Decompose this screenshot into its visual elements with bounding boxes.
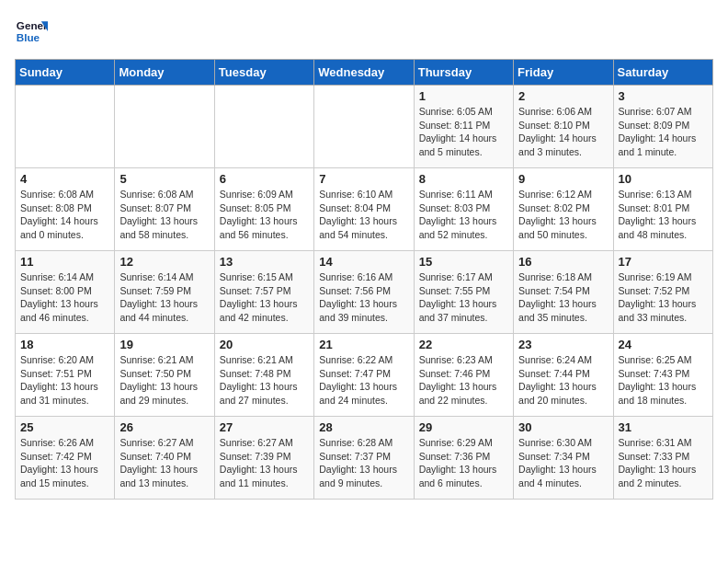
calendar-cell: 25Sunrise: 6:26 AM Sunset: 7:42 PM Dayli… (16, 417, 115, 500)
day-number: 19 (119, 338, 209, 351)
day-number: 12 (119, 255, 209, 269)
day-info: Sunrise: 6:31 AM Sunset: 7:33 PM Dayligh… (619, 436, 708, 490)
day-number: 4 (20, 172, 109, 186)
day-number: 17 (619, 255, 708, 269)
day-info: Sunrise: 6:09 AM Sunset: 8:05 PM Dayligh… (220, 188, 309, 242)
calendar-cell (16, 86, 115, 168)
day-info: Sunrise: 6:27 AM Sunset: 7:40 PM Dayligh… (119, 436, 209, 490)
day-number: 18 (20, 338, 109, 351)
day-number: 3 (619, 89, 708, 103)
calendar-cell: 14Sunrise: 6:16 AM Sunset: 7:56 PM Dayli… (314, 251, 414, 334)
calendar-cell: 30Sunrise: 6:30 AM Sunset: 7:34 PM Dayli… (514, 417, 613, 500)
day-of-week-header: Friday (514, 60, 613, 86)
day-info: Sunrise: 6:30 AM Sunset: 7:34 PM Dayligh… (518, 436, 608, 490)
day-info: Sunrise: 6:26 AM Sunset: 7:42 PM Dayligh… (20, 436, 109, 490)
day-number: 28 (319, 420, 408, 434)
calendar-cell: 2Sunrise: 6:06 AM Sunset: 8:10 PM Daylig… (514, 86, 613, 168)
calendar-cell: 12Sunrise: 6:14 AM Sunset: 7:59 PM Dayli… (115, 251, 214, 334)
logo: General Blue (15, 15, 48, 48)
day-number: 2 (518, 89, 608, 103)
day-number: 6 (220, 172, 309, 186)
calendar-cell: 9Sunrise: 6:12 AM Sunset: 8:02 PM Daylig… (514, 168, 613, 251)
day-number: 26 (119, 420, 209, 434)
day-info: Sunrise: 6:24 AM Sunset: 7:44 PM Dayligh… (518, 353, 608, 408)
day-info: Sunrise: 6:10 AM Sunset: 8:04 PM Dayligh… (319, 188, 408, 242)
day-info: Sunrise: 6:12 AM Sunset: 8:02 PM Dayligh… (518, 188, 608, 242)
day-number: 30 (518, 420, 608, 434)
day-number: 25 (20, 420, 109, 434)
day-info: Sunrise: 6:27 AM Sunset: 7:39 PM Dayligh… (220, 436, 309, 490)
calendar-week-row: 11Sunrise: 6:14 AM Sunset: 8:00 PM Dayli… (16, 251, 713, 334)
day-info: Sunrise: 6:14 AM Sunset: 7:59 PM Dayligh… (119, 270, 209, 325)
calendar-cell: 7Sunrise: 6:10 AM Sunset: 8:04 PM Daylig… (314, 168, 414, 251)
svg-text:General: General (17, 19, 48, 31)
day-info: Sunrise: 6:29 AM Sunset: 7:36 PM Dayligh… (419, 436, 508, 490)
calendar-cell: 6Sunrise: 6:09 AM Sunset: 8:05 PM Daylig… (214, 168, 313, 251)
calendar-cell: 23Sunrise: 6:24 AM Sunset: 7:44 PM Dayli… (514, 334, 613, 417)
day-info: Sunrise: 6:05 AM Sunset: 8:11 PM Dayligh… (419, 105, 508, 159)
calendar-cell: 28Sunrise: 6:28 AM Sunset: 7:37 PM Dayli… (314, 417, 414, 500)
calendar-cell: 19Sunrise: 6:21 AM Sunset: 7:50 PM Dayli… (115, 334, 214, 417)
calendar-cell: 5Sunrise: 6:08 AM Sunset: 8:07 PM Daylig… (115, 168, 214, 251)
day-info: Sunrise: 6:07 AM Sunset: 8:09 PM Dayligh… (619, 105, 708, 159)
calendar-cell: 16Sunrise: 6:18 AM Sunset: 7:54 PM Dayli… (514, 251, 613, 334)
calendar-cell: 10Sunrise: 6:13 AM Sunset: 8:01 PM Dayli… (613, 168, 712, 251)
day-info: Sunrise: 6:28 AM Sunset: 7:37 PM Dayligh… (319, 436, 408, 490)
day-number: 31 (619, 420, 708, 434)
calendar-cell: 21Sunrise: 6:22 AM Sunset: 7:47 PM Dayli… (314, 334, 414, 417)
calendar-cell: 27Sunrise: 6:27 AM Sunset: 7:39 PM Dayli… (214, 417, 313, 500)
day-info: Sunrise: 6:14 AM Sunset: 8:00 PM Dayligh… (20, 270, 109, 325)
day-number: 21 (319, 338, 408, 351)
day-number: 29 (419, 420, 508, 434)
day-number: 20 (220, 338, 309, 351)
day-info: Sunrise: 6:16 AM Sunset: 7:56 PM Dayligh… (319, 270, 408, 325)
day-number: 10 (619, 172, 708, 186)
day-info: Sunrise: 6:19 AM Sunset: 7:52 PM Dayligh… (619, 270, 708, 325)
day-info: Sunrise: 6:21 AM Sunset: 7:50 PM Dayligh… (119, 353, 209, 408)
calendar-cell: 13Sunrise: 6:15 AM Sunset: 7:57 PM Dayli… (214, 251, 313, 334)
day-of-week-header: Wednesday (314, 60, 414, 86)
calendar-cell: 3Sunrise: 6:07 AM Sunset: 8:09 PM Daylig… (613, 86, 712, 168)
calendar-cell: 18Sunrise: 6:20 AM Sunset: 7:51 PM Dayli… (16, 334, 115, 417)
day-number: 16 (518, 255, 608, 269)
day-number: 9 (518, 172, 608, 186)
calendar-cell: 1Sunrise: 6:05 AM Sunset: 8:11 PM Daylig… (414, 86, 513, 168)
page-header: General Blue (15, 15, 713, 48)
day-of-week-header: Tuesday (214, 60, 313, 86)
calendar-cell: 8Sunrise: 6:11 AM Sunset: 8:03 PM Daylig… (414, 168, 513, 251)
day-info: Sunrise: 6:11 AM Sunset: 8:03 PM Dayligh… (419, 188, 508, 242)
calendar-cell: 22Sunrise: 6:23 AM Sunset: 7:46 PM Dayli… (414, 334, 513, 417)
calendar-cell: 15Sunrise: 6:17 AM Sunset: 7:55 PM Dayli… (414, 251, 513, 334)
day-number: 23 (518, 338, 608, 351)
calendar-week-row: 4Sunrise: 6:08 AM Sunset: 8:08 PM Daylig… (16, 168, 713, 251)
day-number: 24 (619, 338, 708, 351)
calendar-cell: 26Sunrise: 6:27 AM Sunset: 7:40 PM Dayli… (115, 417, 214, 500)
calendar-week-row: 1Sunrise: 6:05 AM Sunset: 8:11 PM Daylig… (16, 86, 713, 168)
calendar-cell (115, 86, 214, 168)
day-number: 22 (419, 338, 508, 351)
day-info: Sunrise: 6:18 AM Sunset: 7:54 PM Dayligh… (518, 270, 608, 325)
day-info: Sunrise: 6:13 AM Sunset: 8:01 PM Dayligh… (619, 188, 708, 242)
calendar-week-row: 18Sunrise: 6:20 AM Sunset: 7:51 PM Dayli… (16, 334, 713, 417)
day-info: Sunrise: 6:23 AM Sunset: 7:46 PM Dayligh… (419, 353, 508, 408)
calendar-cell (214, 86, 313, 168)
day-info: Sunrise: 6:20 AM Sunset: 7:51 PM Dayligh… (20, 353, 109, 408)
day-info: Sunrise: 6:21 AM Sunset: 7:48 PM Dayligh… (220, 353, 309, 408)
day-number: 1 (419, 89, 508, 103)
day-info: Sunrise: 6:17 AM Sunset: 7:55 PM Dayligh… (419, 270, 508, 325)
calendar-cell (314, 86, 414, 168)
calendar-cell: 4Sunrise: 6:08 AM Sunset: 8:08 PM Daylig… (16, 168, 115, 251)
calendar-cell: 24Sunrise: 6:25 AM Sunset: 7:43 PM Dayli… (613, 334, 712, 417)
day-number: 27 (220, 420, 309, 434)
calendar-header-row: SundayMondayTuesdayWednesdayThursdayFrid… (16, 60, 713, 86)
day-info: Sunrise: 6:06 AM Sunset: 8:10 PM Dayligh… (518, 105, 608, 159)
calendar-cell: 31Sunrise: 6:31 AM Sunset: 7:33 PM Dayli… (613, 417, 712, 500)
calendar-cell: 11Sunrise: 6:14 AM Sunset: 8:00 PM Dayli… (16, 251, 115, 334)
calendar-cell: 20Sunrise: 6:21 AM Sunset: 7:48 PM Dayli… (214, 334, 313, 417)
day-number: 5 (119, 172, 209, 186)
day-info: Sunrise: 6:08 AM Sunset: 8:07 PM Dayligh… (119, 188, 209, 242)
calendar-table: SundayMondayTuesdayWednesdayThursdayFrid… (15, 59, 713, 500)
day-of-week-header: Saturday (613, 60, 712, 86)
day-number: 15 (419, 255, 508, 269)
calendar-cell: 29Sunrise: 6:29 AM Sunset: 7:36 PM Dayli… (414, 417, 513, 500)
